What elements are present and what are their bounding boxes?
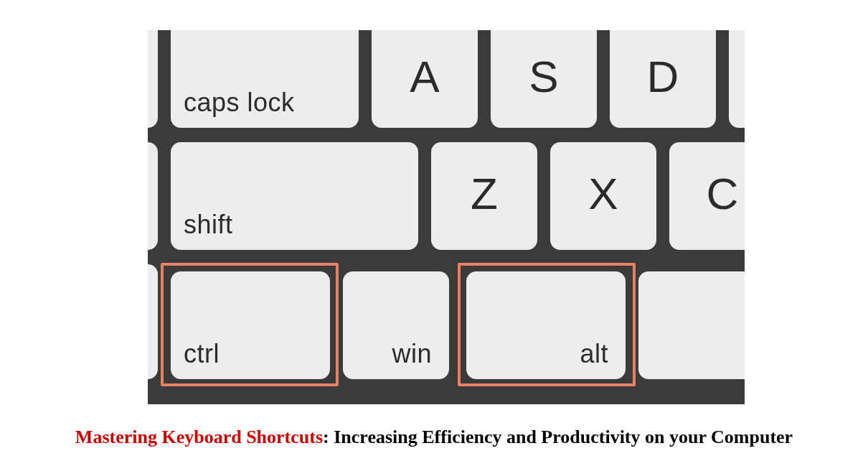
key-partial-top-left: [148, 30, 158, 128]
caption-highlight: Mastering Keyboard Shortcuts: [75, 427, 323, 447]
key-label: shift: [184, 210, 233, 240]
key-z: Z: [431, 142, 537, 250]
key-label: win: [392, 339, 432, 369]
key-a: A: [372, 30, 478, 128]
figure-caption: Mastering Keyboard Shortcuts: Increasing…: [0, 427, 868, 448]
key-c: C: [669, 142, 745, 250]
key-partial-row3-right: [638, 271, 745, 379]
key-label: X: [550, 168, 656, 219]
key-win: win: [343, 271, 449, 379]
key-partial-row1-right: [729, 30, 745, 128]
key-label: ctrl: [184, 339, 220, 369]
key-ctrl: ctrl: [171, 271, 330, 379]
key-partial-bottom-left: [148, 264, 158, 379]
key-label: alt: [580, 339, 608, 369]
key-partial-mid-left: [148, 142, 158, 250]
keyboard-illustration: caps lock A S D shift Z X C ctrl: [148, 30, 745, 404]
key-s: S: [491, 30, 597, 128]
key-alt: alt: [466, 271, 626, 379]
key-d: D: [610, 30, 716, 128]
key-label: A: [372, 51, 478, 102]
key-label: Z: [431, 168, 537, 219]
key-label: D: [610, 51, 716, 102]
figure-stage: caps lock A S D shift Z X C ctrl: [0, 0, 868, 461]
key-label: S: [491, 51, 597, 102]
caption-rest: : Increasing Efficiency and Productivity…: [323, 427, 793, 447]
key-label: caps lock: [184, 88, 295, 118]
key-caps-lock: caps lock: [171, 30, 359, 128]
key-label: C: [669, 168, 745, 219]
key-x: X: [550, 142, 656, 250]
key-shift: shift: [171, 142, 418, 250]
